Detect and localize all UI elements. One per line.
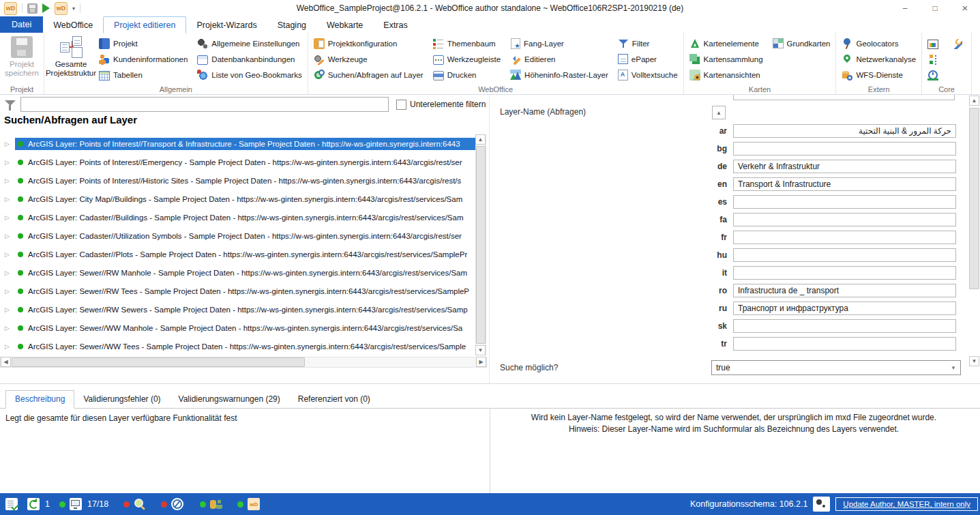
- database-user-icon[interactable]: [210, 498, 222, 510]
- expander-icon[interactable]: ▷: [5, 251, 15, 258]
- ribbon-button[interactable]: Allgemeine Einstellungen: [194, 35, 305, 51]
- layer-name-input[interactable]: [733, 231, 956, 244]
- search-service-icon[interactable]: [134, 498, 146, 510]
- tree-item[interactable]: ▷ ArcGIS Layer: Points of Interest//Emer…: [0, 153, 475, 171]
- weboffice-service-icon[interactable]: wD: [248, 498, 260, 510]
- expander-icon[interactable]: ▷: [5, 288, 15, 295]
- menu-tab[interactable]: Staging: [267, 16, 316, 33]
- vscrollbar-thumb[interactable]: [969, 108, 979, 289]
- ribbon-button[interactable]: Filter: [614, 35, 681, 51]
- expander-icon[interactable]: ▷: [5, 269, 15, 276]
- project-structure-button[interactable]: Gesamte Projektstruktur: [46, 34, 95, 83]
- expander-icon[interactable]: ▷: [5, 214, 15, 221]
- tree-item[interactable]: ▷ ArcGIS Layer: Sewer//WW Manhole - Samp…: [0, 319, 475, 337]
- ribbon-button[interactable]: [924, 67, 945, 83]
- layer-name-input[interactable]: [733, 213, 956, 226]
- menu-tab[interactable]: Projekt editieren: [103, 16, 186, 33]
- minimize-button[interactable]: –: [890, 0, 920, 16]
- ribbon-button[interactable]: Datenbankanbindungen: [194, 51, 305, 67]
- tree-item[interactable]: ▷ ArcGIS Layer: Points of Interest//Hist…: [0, 171, 475, 190]
- scroll-right-button[interactable]: ▶: [476, 357, 486, 367]
- bottom-tab[interactable]: Validierungswarnungen (29): [170, 391, 289, 408]
- scroll-left-button[interactable]: ◀: [1, 357, 11, 367]
- web-service-icon[interactable]: [171, 498, 183, 510]
- ribbon-button[interactable]: WFS-Dienste: [838, 67, 919, 83]
- ribbon-button[interactable]: Projektkonfiguration: [310, 35, 427, 51]
- ribbon-button[interactable]: Grundkarten: [769, 35, 834, 51]
- close-button[interactable]: ×: [950, 0, 980, 16]
- tree-item[interactable]: ▷ ArcGIS Layer: Sewer//RW Sewers - Sampl…: [0, 300, 475, 319]
- layer-name-input[interactable]: [733, 284, 956, 297]
- update-author-button[interactable]: Update Author, MASTER, intern only: [835, 497, 978, 511]
- bottom-tab[interactable]: Beschreibung: [5, 390, 74, 409]
- services-icon[interactable]: [70, 498, 82, 510]
- expander-icon[interactable]: ▷: [5, 325, 15, 332]
- ribbon-button[interactable]: Werkzeugleiste: [430, 51, 504, 67]
- validation-tasks-icon[interactable]: [5, 498, 18, 510]
- ribbon-button[interactable]: [948, 35, 969, 51]
- qat-customize-caret-icon[interactable]: ▾: [72, 5, 75, 12]
- tree-item[interactable]: ▷ ArcGIS Layer: Sewer//RW Tees - Sample …: [0, 282, 475, 300]
- tree-item[interactable]: ▷ ArcGIS Layer: Points of Interest//Tran…: [0, 134, 475, 153]
- scroll-up-button[interactable]: ▲: [475, 134, 486, 145]
- ribbon-button[interactable]: Höheninfo-Raster-Layer: [507, 67, 612, 83]
- layer-name-input[interactable]: [733, 266, 956, 280]
- expander-icon[interactable]: ▷: [5, 177, 15, 184]
- run-preview-icon[interactable]: [42, 3, 50, 13]
- clipped-input[interactable]: [733, 95, 955, 100]
- bottom-tab[interactable]: Validierungsfehler (0): [74, 391, 169, 408]
- menu-tab[interactable]: Extras: [373, 16, 417, 33]
- layer-name-input[interactable]: [733, 195, 956, 209]
- layer-name-input[interactable]: [733, 301, 956, 315]
- collapse-section-button[interactable]: ▲: [712, 106, 726, 119]
- layer-name-input[interactable]: [733, 248, 956, 262]
- expander-icon[interactable]: ▷: [5, 233, 15, 239]
- ribbon-button[interactable]: [924, 35, 945, 51]
- expander-icon[interactable]: ▷: [5, 141, 15, 147]
- layer-name-input[interactable]: [733, 177, 956, 191]
- settings-gears-button[interactable]: [813, 497, 830, 512]
- ribbon-button[interactable]: Editieren: [507, 51, 612, 67]
- tree-item[interactable]: ▷ ArcGIS Layer: Cadaster//Buildings - Sa…: [0, 208, 475, 226]
- expander-icon[interactable]: ▷: [5, 159, 15, 166]
- tree-item[interactable]: ▷ ArcGIS Layer: Cadaster//Plots - Sample…: [0, 245, 475, 263]
- layer-name-input[interactable]: [733, 124, 956, 138]
- ribbon-button[interactable]: Kartenansichten: [686, 67, 767, 83]
- scroll-down-button[interactable]: ▼: [969, 356, 979, 366]
- ribbon-button[interactable]: Liste von Geo-Bookmarks: [194, 67, 305, 83]
- layer-name-input[interactable]: [733, 160, 956, 173]
- vscrollbar-thumb[interactable]: [476, 146, 486, 344]
- layer-name-input[interactable]: [733, 319, 956, 333]
- ribbon-button[interactable]: Kundeninformationen: [95, 51, 191, 67]
- ribbon-button[interactable]: ePaper: [614, 51, 681, 67]
- tree-filter-input[interactable]: [20, 97, 389, 112]
- ribbon-button[interactable]: Kartensammlung: [686, 51, 767, 67]
- layer-name-input[interactable]: [733, 337, 956, 351]
- ribbon-button[interactable]: Geolocators: [838, 35, 919, 51]
- ribbon-button[interactable]: Projekt: [95, 35, 191, 51]
- tree-item[interactable]: ▷ ArcGIS Layer: City Map//Buildings - Sa…: [0, 190, 475, 208]
- expander-icon[interactable]: ▷: [5, 196, 15, 203]
- ribbon-button[interactable]: Suchen/Abfragen auf Layer: [310, 67, 427, 83]
- scroll-down-button[interactable]: ▼: [475, 345, 486, 355]
- ribbon-button[interactable]: Kartenelemente: [686, 35, 767, 51]
- expander-icon[interactable]: ▷: [5, 306, 15, 313]
- search-possible-select[interactable]: true ▼: [711, 360, 961, 375]
- layer-name-input[interactable]: [733, 142, 956, 156]
- ribbon-button[interactable]: Volltextsuche: [614, 67, 681, 83]
- subelements-filter-checkbox[interactable]: [396, 100, 406, 110]
- scroll-up-button[interactable]: ▲: [969, 95, 979, 106]
- weboffice-icon[interactable]: wD: [55, 2, 68, 15]
- ribbon-button[interactable]: [924, 51, 945, 67]
- sync-icon[interactable]: [27, 498, 40, 510]
- ribbon-button[interactable]: Tabellen: [95, 67, 191, 83]
- tree-item[interactable]: ▷ ArcGIS Layer: Cadaster//Utilization Sy…: [0, 226, 475, 245]
- menu-tab[interactable]: Projekt-Wizards: [186, 16, 267, 33]
- menu-tab[interactable]: Webkarte: [316, 16, 373, 33]
- ribbon-button[interactable]: Fang-Layer: [507, 35, 612, 51]
- ribbon-button[interactable]: Themenbaum: [430, 35, 504, 51]
- save-icon[interactable]: [27, 3, 38, 14]
- hscrollbar-thumb[interactable]: [12, 357, 305, 367]
- maximize-button[interactable]: □: [920, 0, 950, 16]
- menu-tab[interactable]: WebOffice: [43, 16, 103, 33]
